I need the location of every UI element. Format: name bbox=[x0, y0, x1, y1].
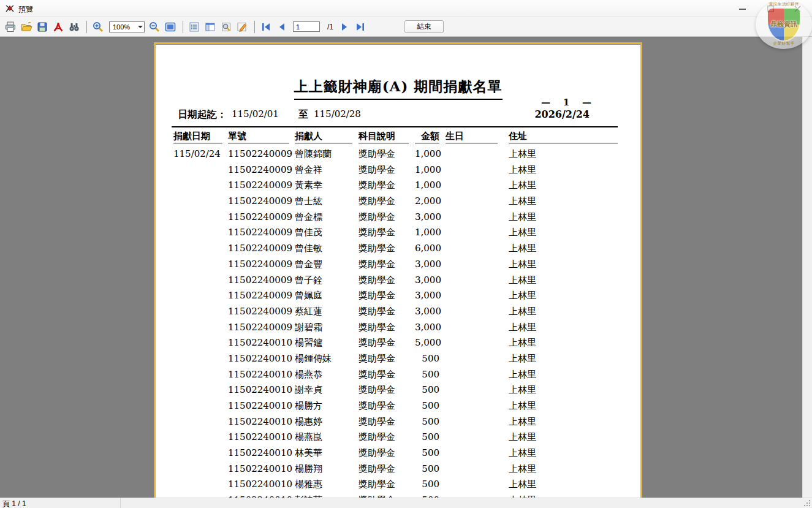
maximize-button[interactable] bbox=[762, 1, 779, 16]
table-row: 11502240010楊燕恭獎助學金500上林里 bbox=[173, 367, 618, 383]
table-cell bbox=[173, 477, 222, 493]
table-cell bbox=[446, 493, 498, 498]
export-pdf-button[interactable] bbox=[51, 20, 66, 34]
table-cell: 11502240010 bbox=[228, 445, 289, 461]
first-page-button[interactable] bbox=[259, 20, 273, 34]
table-cell bbox=[173, 162, 222, 178]
table-cell bbox=[446, 335, 498, 351]
table-row: 11502240009曾金標獎助學金3,000上林里 bbox=[173, 210, 618, 226]
table-row: 11502240009曾金豐獎助學金3,000上林里 bbox=[173, 257, 618, 273]
table-cell: 11502240009 bbox=[228, 257, 289, 273]
table-row: 11502240009黃素幸獎助學金1,000上林里 bbox=[173, 178, 618, 194]
fit-page-button[interactable] bbox=[163, 20, 178, 34]
table-cell: 獎助學金 bbox=[359, 178, 409, 194]
table-cell bbox=[173, 257, 222, 273]
table-cell: 獎助學金 bbox=[359, 414, 409, 430]
zoom-in-button[interactable] bbox=[91, 20, 105, 34]
date-range-label: 日期起訖： bbox=[178, 108, 227, 121]
resize-grip-icon[interactable] bbox=[809, 505, 810, 506]
table-cell: 3,000 bbox=[415, 210, 439, 226]
table-cell: 11502240010 bbox=[228, 382, 289, 398]
table-cell: 曾陳錦蘭 bbox=[295, 146, 352, 162]
table-cell bbox=[446, 430, 498, 445]
table-cell: 獎助學金 bbox=[359, 288, 409, 304]
table-cell bbox=[446, 146, 498, 162]
find-button[interactable] bbox=[67, 20, 82, 34]
table-cell bbox=[446, 304, 498, 320]
page-number-value: 1 bbox=[563, 97, 569, 108]
outline-view-button[interactable] bbox=[187, 20, 202, 34]
vertical-scrollbar[interactable] bbox=[802, 37, 812, 498]
next-page-button[interactable] bbox=[337, 20, 352, 34]
sidebar-view-button[interactable] bbox=[203, 20, 218, 34]
table-cell bbox=[173, 210, 222, 226]
table-cell: 楊燕崑 bbox=[295, 430, 352, 445]
table-cell: 上林里 bbox=[509, 398, 618, 414]
table-cell: 獎助學金 bbox=[359, 225, 409, 241]
table-cell: 獎助學金 bbox=[359, 445, 409, 461]
chevron-down-icon bbox=[136, 22, 144, 32]
table-cell: 上林里 bbox=[509, 493, 618, 498]
table-cell: 上林里 bbox=[509, 430, 618, 445]
table-cell: 曾金標 bbox=[295, 210, 352, 226]
last-page-button[interactable] bbox=[353, 20, 368, 34]
prev-page-button[interactable] bbox=[275, 20, 289, 34]
table-cell bbox=[173, 241, 222, 257]
table-cell bbox=[446, 461, 498, 477]
table-cell: 楊習鑪 bbox=[295, 335, 352, 351]
table-cell: 獎助學金 bbox=[359, 351, 409, 367]
zoom-out-button[interactable] bbox=[147, 20, 162, 34]
table-cell: 11502240009 bbox=[228, 162, 289, 178]
table-cell: 11502240010 bbox=[228, 430, 289, 445]
table-cell: 獎助學金 bbox=[359, 210, 409, 226]
print-button[interactable] bbox=[3, 20, 18, 34]
table-row: 11502240010楊鍾傳妹獎助學金500上林里 bbox=[173, 351, 618, 367]
inspect-button[interactable] bbox=[219, 20, 233, 34]
table-cell: 獎助學金 bbox=[359, 335, 409, 351]
table-cell: 謝幸貞 bbox=[295, 382, 352, 398]
edit-button[interactable] bbox=[235, 20, 249, 34]
table-row: 11502240009謝碧霜獎助學金3,000上林里 bbox=[173, 320, 618, 336]
save-button[interactable] bbox=[35, 20, 50, 34]
table-cell: 1,000 bbox=[415, 162, 439, 178]
table-cell: 上林里 bbox=[509, 178, 618, 194]
table-cell: 楊鍾傳妹 bbox=[295, 351, 352, 367]
table-cell: 1,000 bbox=[415, 225, 439, 241]
table-cell bbox=[173, 445, 222, 461]
open-button[interactable] bbox=[19, 20, 34, 34]
table-cell: 11502240010 bbox=[228, 477, 289, 493]
table-cell bbox=[173, 382, 222, 398]
table-cell: 上林里 bbox=[509, 320, 618, 336]
app-icon bbox=[5, 4, 15, 13]
column-header: 科目說明 bbox=[359, 130, 409, 143]
table-cell: 11502240009 bbox=[228, 194, 289, 210]
table-cell bbox=[173, 430, 222, 445]
table-cell: 上林里 bbox=[509, 335, 618, 351]
zoom-select[interactable]: 100% bbox=[109, 21, 145, 32]
table-cell bbox=[173, 288, 222, 304]
minimize-button[interactable] bbox=[734, 1, 751, 16]
table-cell: 楊勝方 bbox=[295, 398, 352, 414]
table-cell: 11502240010 bbox=[228, 414, 289, 430]
table-cell: 500 bbox=[415, 477, 439, 493]
table-cell: 3,000 bbox=[415, 320, 439, 336]
table-cell: 上林里 bbox=[509, 210, 618, 226]
table-cell bbox=[446, 178, 498, 194]
table-cell: 獎助學金 bbox=[359, 477, 409, 493]
title-bar: 預覽 bbox=[0, 0, 812, 17]
table-cell bbox=[173, 414, 222, 430]
table-cell: 1,000 bbox=[415, 178, 439, 194]
table-cell: 上林里 bbox=[509, 162, 618, 178]
table-cell: 獎助學金 bbox=[359, 320, 409, 336]
table-cell: 獎助學金 bbox=[359, 382, 409, 398]
end-button[interactable]: 結束 bbox=[404, 20, 444, 33]
table-cell: 蔡紅蓮 bbox=[295, 304, 352, 320]
table-cell: 6,000 bbox=[415, 241, 439, 257]
toolbar: 100% bbox=[0, 17, 812, 37]
close-button[interactable] bbox=[789, 1, 806, 16]
page-number-input[interactable] bbox=[293, 21, 320, 32]
table-row: 11502240010楊勝方獎助學金500上林里 bbox=[173, 398, 618, 414]
table-cell: 500 bbox=[415, 430, 439, 445]
table-cell: 上林里 bbox=[509, 288, 618, 304]
table-cell bbox=[446, 257, 498, 273]
